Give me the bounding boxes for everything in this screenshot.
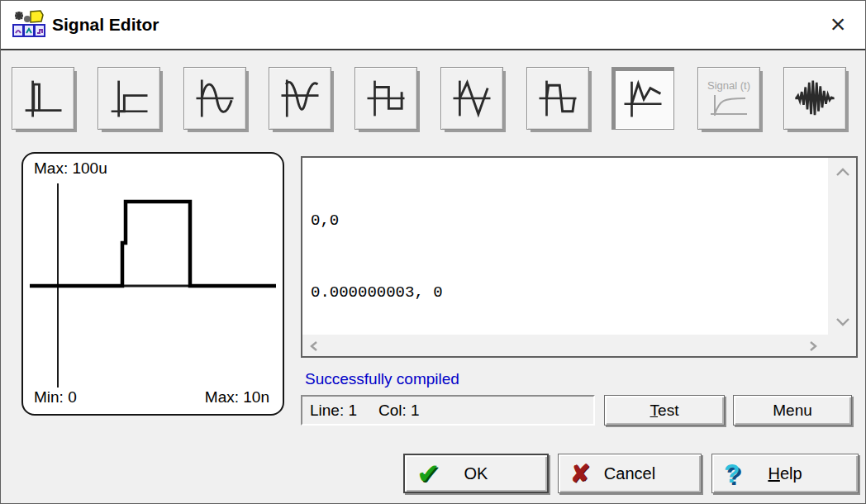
col-indicator: Col: 1 (378, 402, 420, 420)
toolbar-button-cosine-wave[interactable] (269, 67, 331, 130)
toolbar-button-burst-wave[interactable] (783, 67, 846, 130)
scroll-left-icon[interactable] (309, 340, 319, 352)
menu-button[interactable]: Menu (733, 395, 852, 426)
toolbar-button-sine-wave[interactable] (183, 67, 246, 130)
preview-ymin-label: Min: 0 (34, 388, 77, 407)
scroll-down-icon[interactable] (835, 316, 851, 326)
title-bar: Signal Editor × (1, 1, 865, 50)
sine-wave-icon (193, 76, 237, 121)
trapezoid-wave-icon (535, 76, 580, 121)
editor-line: 0.000000003, 0 (311, 281, 823, 305)
scroll-up-icon[interactable] (835, 168, 851, 178)
signal-editor-dialog: Signal Editor × (0, 0, 866, 504)
cancel-button[interactable]: ✘ Cancel (558, 454, 702, 493)
toolbar-button-unit-step[interactable] (98, 67, 160, 130)
question-mark-icon: ? (724, 460, 740, 487)
app-icon (12, 10, 45, 40)
cosine-wave-icon (278, 76, 322, 121)
signal-preview-plot (23, 154, 283, 414)
triangle-wave-icon (450, 76, 494, 121)
signal-preview-panel: Max: 100u Min: 0 Max: 10n (21, 152, 284, 416)
toolbar-button-signal-t: Signal (t) (697, 67, 760, 130)
preview-xmax-label: Max: 10n (205, 388, 269, 407)
signal-t-icon (708, 93, 749, 118)
red-cross-icon: ✘ (570, 462, 590, 486)
ok-button[interactable]: ✔ OK (403, 454, 549, 493)
line-indicator: Line: 1 (310, 402, 357, 420)
signal-t-label: Signal (t) (707, 79, 750, 92)
compile-status-message: Successfully compiled (305, 370, 459, 388)
line-col-indicator: Line: 1 Col: 1 (301, 395, 595, 426)
checkmark-icon: ✔ (416, 459, 440, 487)
test-button[interactable]: Test (604, 395, 725, 426)
toolbar-button-square-wave[interactable] (354, 67, 417, 130)
horizontal-scrollbar[interactable] (302, 335, 828, 356)
piecewise-linear-icon (621, 76, 665, 121)
close-icon[interactable]: × (817, 1, 859, 47)
window-title: Signal Editor (52, 1, 159, 49)
help-button[interactable]: ? Help (711, 454, 859, 493)
scroll-right-icon[interactable] (808, 340, 818, 352)
editor-line: 0,0 (311, 209, 823, 233)
toolbar-button-triangle-wave[interactable] (440, 67, 503, 130)
burst-wave-icon (792, 76, 837, 121)
square-wave-icon (364, 76, 408, 121)
unit-step-icon (107, 76, 151, 121)
toolbar-button-unit-impulse[interactable] (12, 67, 74, 130)
pulse-waveform (30, 202, 276, 286)
signal-points-text[interactable]: 0,0 0.000000003, 0 0.0000000031, 100e-6 … (311, 161, 823, 331)
unit-impulse-icon (21, 76, 65, 121)
vertical-scrollbar[interactable] (828, 158, 856, 356)
preview-ymax-label: Max: 100u (34, 159, 107, 178)
toolbar-button-trapezoid-wave[interactable] (526, 67, 589, 130)
signal-points-editor[interactable]: 0,0 0.000000003, 0 0.0000000031, 100e-6 … (301, 156, 858, 358)
toolbar-button-piecewise-linear[interactable] (611, 67, 674, 130)
